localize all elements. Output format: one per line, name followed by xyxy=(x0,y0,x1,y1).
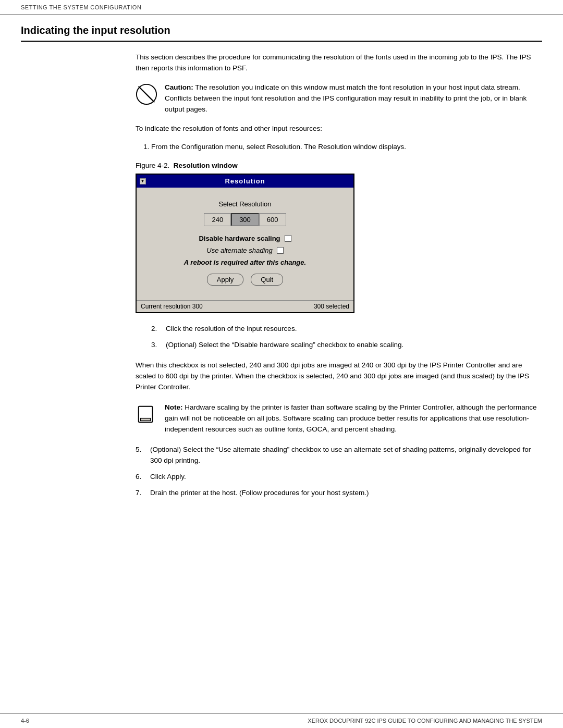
step6-item: Drain the printer at the host. (Follow p… xyxy=(136,488,542,499)
note-paragraph: When this checkbox is not selected, 240 … xyxy=(136,360,542,393)
step5-item: Click Apply. xyxy=(136,472,542,483)
status-left: Current resolution 300 xyxy=(141,303,203,310)
svg-line-1 xyxy=(139,87,155,103)
resolution-300-button[interactable]: 300 xyxy=(231,213,259,226)
step2-item: Click the resolution of the input resour… xyxy=(151,324,542,335)
steps-section: Click the resolution of the input resour… xyxy=(136,324,542,498)
top-bar: SETTING THE SYSTEM CONFIGURATION xyxy=(0,0,563,15)
caution-icon xyxy=(136,83,157,105)
section-title: Indicating the input resolution xyxy=(21,15,542,42)
figure-label: Figure 4-2. Resolution window xyxy=(136,162,542,169)
caution-block: Caution: The resolution you indicate on … xyxy=(136,82,542,115)
resolution-240-button[interactable]: 240 xyxy=(204,213,231,226)
note-text: Note: Hardware scaling by the printer is… xyxy=(165,402,542,435)
disable-hw-row: Disable hardware scaling xyxy=(147,235,343,242)
resolution-600-button[interactable]: 600 xyxy=(259,213,286,226)
svg-rect-3 xyxy=(141,418,151,421)
reboot-notice: A reboot is required after this change. xyxy=(147,258,343,266)
window-menu-icon[interactable]: ▼ xyxy=(140,178,146,184)
steps-list-2-3: Click the resolution of the input resour… xyxy=(136,324,542,351)
window-action-buttons: Apply Quit xyxy=(147,274,343,286)
step4-item: (Optional) Select the “Use alternate sha… xyxy=(136,445,542,466)
disable-hw-checkbox[interactable] xyxy=(285,235,291,242)
instruction-text: To indicate the resolution of fonts and … xyxy=(136,124,542,134)
note-block: Note: Hardware scaling by the printer is… xyxy=(136,402,542,435)
resolution-window: ▼ Resolution Select Resolution 240 300 6… xyxy=(136,174,354,313)
quit-button[interactable]: Quit xyxy=(251,274,283,286)
window-titlebar: ▼ Resolution xyxy=(137,175,353,188)
step1-item: From the Configuration menu, select Reso… xyxy=(151,142,542,153)
use-alt-label: Use alternate shading xyxy=(206,246,272,254)
steps-list-4-6: (Optional) Select the “Use alternate sha… xyxy=(136,445,542,499)
top-bar-text: SETTING THE SYSTEM CONFIGURATION xyxy=(21,4,141,10)
page-footer: 4-6 XEROX DOCUPRINT 92C IPS GUIDE TO CON… xyxy=(0,713,563,728)
window-body: Select Resolution 240 300 600 Disable ha… xyxy=(137,188,353,300)
footer-right: XEROX DOCUPRINT 92C IPS GUIDE TO CONFIGU… xyxy=(308,718,542,724)
step1-list: From the Configuration menu, select Reso… xyxy=(136,142,542,153)
intro-text: This section describes the procedure for… xyxy=(136,52,542,74)
footer-left: 4-6 xyxy=(21,718,29,724)
disable-hw-label: Disable hardware scaling xyxy=(199,235,280,242)
select-resolution-label: Select Resolution xyxy=(147,200,343,208)
status-right: 300 selected xyxy=(314,303,349,310)
use-alt-row: Use alternate shading xyxy=(147,246,343,254)
resolution-buttons: 240 300 600 xyxy=(147,213,343,226)
caution-text: Caution: The resolution you indicate on … xyxy=(165,82,542,115)
apply-button[interactable]: Apply xyxy=(207,274,244,286)
use-alt-checkbox[interactable] xyxy=(277,247,284,254)
step3-item: (Optional) Select the “Disable hardware … xyxy=(151,340,542,351)
window-statusbar: Current resolution 300 300 selected xyxy=(137,300,353,312)
note-icon xyxy=(136,403,157,425)
